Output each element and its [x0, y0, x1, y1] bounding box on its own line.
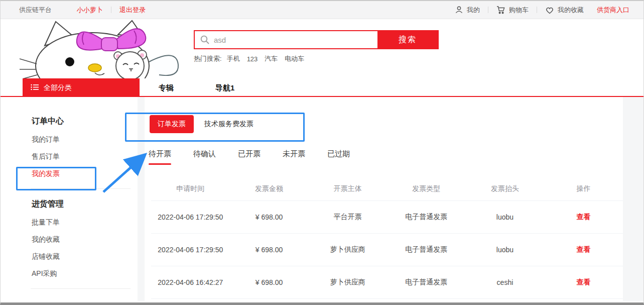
table-header-row: 申请时间 发票金额 开票主体 发票类型 发票抬头 操作: [151, 177, 623, 201]
cell-apply-time: 2022-04-06 16:42:27: [151, 278, 230, 286]
favorites-link[interactable]: 我的收藏: [545, 6, 584, 15]
divider: [537, 7, 537, 13]
supplier-entry-link[interactable]: 供货商入口: [597, 6, 629, 15]
cell-amount: ¥ 698.00: [230, 246, 309, 254]
status-tab-pending[interactable]: 待开票: [149, 149, 171, 165]
cell-title: luobu: [466, 213, 545, 221]
divider: [111, 7, 111, 13]
hot-search-label: 热门搜索:: [194, 54, 222, 63]
hot-term[interactable]: 电动车: [285, 54, 304, 63]
hot-term[interactable]: 汽车: [265, 54, 278, 63]
invoice-table: 申请时间 发票金额 开票主体 发票类型 发票抬头 操作 2022-04-06 1…: [151, 177, 623, 299]
cell-amount: ¥ 698.00: [230, 213, 309, 221]
view-link[interactable]: 查看: [544, 213, 623, 222]
sidebar-item-api-purchase[interactable]: API采购: [23, 269, 138, 278]
content-area: 订单中心 我的订单 售后订单 我的发票 进货管理 批量下单 我的收藏 店铺收藏 …: [1, 97, 643, 301]
right-margin: [623, 97, 643, 301]
table-row: 2022-04-06 17:29:50 ¥ 698.00 萝卜供应商 电子普通发…: [151, 234, 623, 266]
user-icon: [455, 6, 463, 14]
cell-subject: 萝卜供应商: [308, 278, 387, 287]
invoice-type-tabs: 订单发票 技术服务费发票: [150, 115, 257, 133]
invoice-panel: 订单发票 技术服务费发票 待开票 待确认 已开票 未开票 已过期: [145, 97, 623, 301]
cart-icon: [496, 6, 505, 14]
status-tab-expired[interactable]: 已过期: [327, 149, 350, 165]
search-input[interactable]: [210, 36, 377, 44]
sidebar-item-batch-order[interactable]: 批量下单: [23, 218, 138, 227]
invoice-status-tabs: 待开票 待确认 已开票 未开票 已过期: [149, 149, 350, 165]
my-account-link[interactable]: 我的: [455, 6, 480, 15]
cell-title: ceshi: [466, 278, 545, 286]
status-tab-to-confirm[interactable]: 待确认: [193, 149, 216, 165]
col-title: 发票抬头: [466, 184, 545, 193]
cart-link[interactable]: 购物车: [496, 6, 529, 15]
sidebar-item-my-favorites[interactable]: 我的收藏: [23, 235, 138, 244]
search-icon: [200, 35, 210, 45]
site-header: 搜索 热门搜索: 手机 123 汽车 电动车: [1, 19, 643, 78]
hot-search: 热门搜索: 手机 123 汽车 电动车: [194, 54, 439, 63]
sidebar-section-order-center: 订单中心: [23, 116, 138, 127]
cat-mascot-logo[interactable]: [20, 20, 185, 78]
browser-window: 供应链平台 小小萝卜 退出登录 我的 购物车 我的收藏 供货商入口: [0, 0, 644, 305]
heart-icon: [545, 6, 554, 14]
all-categories-label: 全部分类: [44, 83, 72, 92]
sidebar-section-purchase-mgmt: 进货管理: [23, 199, 138, 210]
table-row: 2022-04-06 17:29:50 ¥ 698.00 平台开票 电子普通发票…: [151, 201, 623, 234]
topbar-right: 我的 购物车 我的收藏 供货商入口: [455, 6, 629, 15]
cell-amount: ¥ 698.00: [230, 278, 309, 286]
search-button[interactable]: 搜索: [377, 31, 438, 48]
cell-subject: 平台开票: [308, 213, 387, 222]
divider: [488, 7, 488, 13]
sidebar-item-aftersale-orders[interactable]: 售后订单: [23, 152, 138, 161]
hot-term[interactable]: 手机: [227, 54, 240, 63]
tab-order-invoice[interactable]: 订单发票: [150, 115, 194, 133]
platform-name: 供应链平台: [19, 6, 52, 15]
search-area: 搜索 热门搜索: 手机 123 汽车 电动车: [194, 30, 439, 63]
left-margin: [1, 97, 23, 301]
cell-subject: 萝卜供应商: [308, 245, 387, 254]
col-apply-time: 申请时间: [151, 184, 230, 193]
sidebar-item-my-invoices[interactable]: 我的发票: [23, 169, 138, 178]
cell-type: 电子普通发票: [387, 245, 466, 254]
hot-term[interactable]: 123: [247, 55, 258, 63]
sidebar: 订单中心 我的订单 售后订单 我的发票 进货管理 批量下单 我的收藏 店铺收藏 …: [23, 97, 138, 301]
active-tab-underline: [149, 163, 171, 165]
cell-type: 电子普通发票: [387, 213, 466, 222]
nav-item-nav1[interactable]: 导航1: [215, 78, 234, 97]
sidebar-gutter: [138, 97, 145, 301]
logout-link[interactable]: 退出登录: [119, 6, 146, 15]
main-nav: 全部分类 专辑 导航1: [1, 78, 643, 97]
view-link[interactable]: 查看: [544, 245, 623, 254]
list-icon: [31, 84, 39, 92]
sidebar-item-my-orders[interactable]: 我的订单: [23, 135, 138, 144]
username-link[interactable]: 小小萝卜: [77, 6, 103, 15]
status-tab-not-invoiced[interactable]: 未开票: [283, 149, 305, 165]
col-type: 发票类型: [387, 184, 466, 193]
sidebar-divider: [31, 288, 131, 289]
tab-service-fee-invoice[interactable]: 技术服务费发票: [200, 120, 257, 129]
col-amount: 发票金额: [230, 184, 309, 193]
sidebar-divider: [31, 188, 131, 189]
cell-title: luobu: [466, 246, 545, 254]
search-box: 搜索: [194, 30, 439, 49]
table-row: 2022-04-06 16:42:27 ¥ 698.00 萝卜供应商 电子普通发…: [151, 266, 623, 299]
cart-label: 购物车: [509, 6, 529, 15]
nav-item-album[interactable]: 专辑: [159, 78, 174, 97]
topbar-left: 供应链平台 小小萝卜 退出登录: [19, 6, 146, 15]
col-subject: 开票主体: [308, 184, 387, 193]
status-tab-invoiced[interactable]: 已开票: [238, 149, 261, 165]
view-link[interactable]: 查看: [544, 278, 623, 287]
cell-apply-time: 2022-04-06 17:29:50: [151, 213, 230, 221]
cell-type: 电子普通发票: [387, 278, 466, 287]
sidebar-item-shop-favorites[interactable]: 店铺收藏: [23, 252, 138, 261]
all-categories-button[interactable]: 全部分类: [23, 78, 140, 97]
topbar: 供应链平台 小小萝卜 退出登录 我的 购物车 我的收藏 供货商入口: [1, 1, 643, 19]
cell-apply-time: 2022-04-06 17:29:50: [151, 246, 230, 254]
col-action: 操作: [544, 184, 623, 193]
favorites-label: 我的收藏: [558, 6, 584, 15]
my-account-label: 我的: [467, 6, 480, 15]
